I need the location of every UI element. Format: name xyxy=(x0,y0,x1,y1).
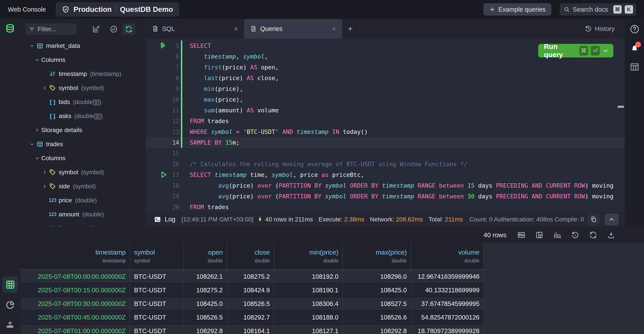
chart-export-icon[interactable] xyxy=(553,231,561,239)
tree-item-market-data[interactable]: market_data xyxy=(20,39,146,53)
editor-line-15[interactable]: 15 xyxy=(146,148,625,159)
refresh-icon[interactable] xyxy=(589,231,597,239)
editor-line-7[interactable]: 7 first(price) AS open, xyxy=(146,62,625,73)
search-docs-button[interactable]: Search docs ⌘ K xyxy=(560,3,636,16)
column-header-timestamp[interactable]: timestamptimestamp xyxy=(20,243,130,269)
chevron-right-icon[interactable] xyxy=(42,170,49,175)
editor-line-20[interactable]: 20FROM trades xyxy=(146,202,625,212)
tag-icon xyxy=(49,183,56,190)
chevron-right-icon[interactable] xyxy=(34,127,41,133)
editor-line-19[interactable]: 19 avg(price) over (PARTITION BY symbol … xyxy=(146,191,625,202)
editor-line-16[interactable]: 16/* Calculates the rolling moving avera… xyxy=(146,159,625,170)
editor-scrollbar[interactable] xyxy=(618,106,624,108)
collapse-log-button[interactable] xyxy=(604,214,618,225)
copy-log-button[interactable] xyxy=(588,213,600,226)
active-query-bar xyxy=(181,40,182,51)
tree-item-type: (double) xyxy=(82,211,104,218)
chevron-right-icon[interactable] xyxy=(42,184,49,189)
history-button[interactable]: History xyxy=(585,19,615,39)
schema-sidebar: Filter... market_dataColumnstimestamp(ti… xyxy=(20,19,146,227)
code-text: FROM trades xyxy=(190,204,229,211)
chevron-down-icon[interactable] xyxy=(34,155,41,161)
select-tables-icon[interactable] xyxy=(110,25,118,33)
column-header-max-price-[interactable]: max(price)double xyxy=(343,243,411,269)
rail-item-import upload-icon[interactable] xyxy=(5,320,15,330)
tree-item-amount[interactable]: 123amount(double) xyxy=(20,207,146,221)
column-header-open[interactable]: opendouble xyxy=(184,243,227,269)
results-panel: 40 rows timestamptimestampsymbolsymbolop… xyxy=(20,227,644,334)
markdown-download-icon[interactable] xyxy=(518,231,525,239)
history-restore-icon[interactable] xyxy=(571,231,579,239)
editor-line-10[interactable]: 10 max(price), xyxy=(146,94,625,105)
example-queries-button[interactable]: Example queries xyxy=(484,3,551,16)
editor-line-11[interactable]: 11 sum(amount) AS volume xyxy=(146,105,625,116)
tree-item-side[interactable]: side(symbol) xyxy=(20,179,146,193)
cell-symbol: BTC-USDT xyxy=(130,311,184,324)
layout-grid-icon[interactable] xyxy=(535,231,543,239)
add-metrics-icon[interactable] xyxy=(92,25,100,33)
database-logo-icon[interactable] xyxy=(5,24,15,34)
tree-item-timestamp[interactable]: timestamp(timestamp) xyxy=(20,221,146,227)
questdb-web-console: Web Console Production QuestDB Demo Exam… xyxy=(0,0,644,334)
tree-item-symbol[interactable]: symbol(symbol) xyxy=(20,165,146,179)
editor-line-12[interactable]: 12FROM trades xyxy=(146,116,625,126)
editor-tab-bar: SQL × Queries × History xyxy=(146,19,625,39)
editor-line-9[interactable]: 9 min(price), xyxy=(146,83,625,94)
chevron-down-icon[interactable] xyxy=(29,43,36,49)
editor-line-17[interactable]: 17SELECT timestamp time, symbol, price a… xyxy=(146,170,625,180)
editor-line-13[interactable]: 13WHERE symbol = 'BTC-USDT' AND timestam… xyxy=(146,126,625,137)
active-query-bar xyxy=(181,116,182,126)
sort-icon xyxy=(49,225,56,227)
chevron-down-icon[interactable] xyxy=(602,47,609,54)
run-success-marker-icon[interactable] xyxy=(160,42,168,50)
tree-item-columns[interactable]: Columns xyxy=(20,53,146,67)
chevron-right-icon[interactable] xyxy=(42,85,49,91)
search-docs-label: Search docs xyxy=(573,6,608,13)
new-tab-button plus-icon[interactable] xyxy=(347,26,354,32)
cell-min-price-: 108192.0 xyxy=(274,270,343,283)
tab-queries[interactable]: Queries × xyxy=(244,19,342,39)
lightning-icon xyxy=(257,216,263,223)
editor-line-14[interactable]: 14SAMPLE BY 15m; xyxy=(146,137,625,148)
code-text: SELECT xyxy=(190,42,211,49)
editor-line-8[interactable]: 8 last(price) AS close, xyxy=(146,73,625,83)
tree-item-label: timestamp xyxy=(59,70,87,77)
sql-editor[interactable]: 5SELECT6 timestamp, symbol,7 first(price… xyxy=(146,39,625,212)
tree-item-type: (double) xyxy=(75,197,97,204)
tree-item-columns[interactable]: Columns xyxy=(20,151,146,165)
tree-item-price[interactable]: 123price(double) xyxy=(20,193,146,207)
help-icon[interactable] xyxy=(630,24,640,34)
download-icon[interactable] xyxy=(607,231,615,239)
column-header-close[interactable]: closedouble xyxy=(227,243,274,269)
column-header-symbol[interactable]: symbolsymbol xyxy=(130,243,184,269)
tab-sql[interactable]: SQL × xyxy=(146,19,244,39)
notifications-button[interactable] xyxy=(630,44,640,54)
layout-panel-icon[interactable] xyxy=(630,62,640,72)
editor-line-18[interactable]: 18 avg(price) over (PARTITION BY symbol … xyxy=(146,180,625,191)
notification-dot xyxy=(635,42,641,47)
environment-badge[interactable]: Production QuestDB Demo xyxy=(56,2,179,17)
chevron-down-icon[interactable] xyxy=(34,57,41,63)
tree-item-storage-details[interactable]: Storage details xyxy=(20,123,146,137)
chevron-down-icon[interactable] xyxy=(29,141,36,147)
tree-item-bids[interactable]: []bids(double[][]) xyxy=(20,95,146,109)
close-icon[interactable]: × xyxy=(234,25,238,33)
active-query-bar xyxy=(181,126,182,137)
tree-item-asks[interactable]: []asks(double[][]) xyxy=(20,109,146,123)
tree-item-symbol[interactable]: symbol(symbol) xyxy=(20,81,146,95)
run-query-button[interactable]: Run query ⌘ ⏎ xyxy=(538,44,613,58)
cell-max-price-: 108296.0 xyxy=(343,270,411,283)
tag-icon xyxy=(49,169,56,176)
tree-item-trades[interactable]: trades xyxy=(20,137,146,151)
column-type: double xyxy=(392,258,407,264)
filter-input[interactable]: Filter... xyxy=(26,24,77,35)
rail-item-console[interactable] xyxy=(2,276,18,293)
tree-item-timestamp[interactable]: timestamp(timestamp) xyxy=(20,67,146,81)
refresh-schema-button[interactable] xyxy=(122,24,135,35)
close-icon[interactable]: × xyxy=(332,25,336,33)
column-header-volume[interactable]: volumedouble xyxy=(411,243,484,269)
line-number: 16 xyxy=(146,161,179,168)
rail-item-charts pie-chart-icon[interactable] xyxy=(5,300,15,310)
column-header-min-price-[interactable]: min(price)double xyxy=(274,243,343,269)
play-icon[interactable] xyxy=(160,171,168,179)
